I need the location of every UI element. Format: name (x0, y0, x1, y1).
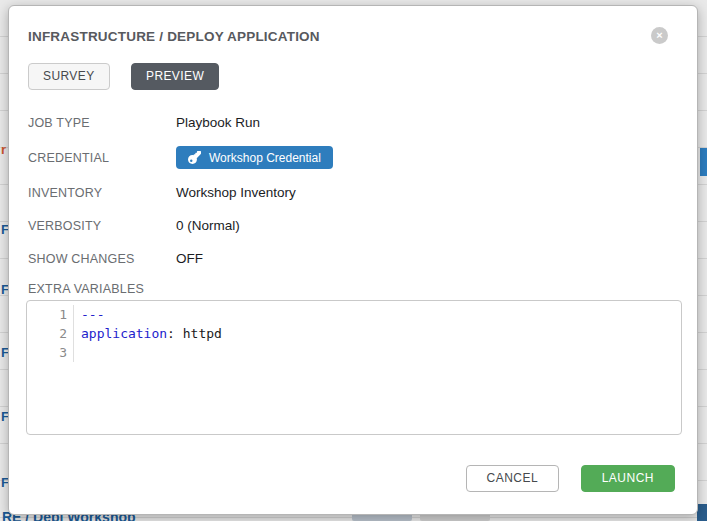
verbosity-value: 0 (Normal) (176, 218, 240, 233)
tab-preview[interactable]: PREVIEW (131, 63, 219, 90)
background-dark-fragment (697, 504, 707, 521)
line-number: 1 (27, 305, 74, 324)
modal-title: INFRASTRUCTURE / DEPLOY APPLICATION (28, 29, 678, 44)
job-type-label: JOB TYPE (28, 116, 176, 130)
job-type-value: Playbook Run (176, 115, 260, 130)
editor-line: 2 application: httpd (27, 324, 681, 343)
extra-variables-editor[interactable]: 1 --- 2 application: httpd 3 (26, 300, 682, 435)
tab-bar: SURVEY PREVIEW (28, 63, 678, 90)
close-icon[interactable]: × (651, 27, 668, 44)
launch-button[interactable]: LAUNCH (581, 465, 675, 492)
deploy-application-modal: INFRASTRUCTURE / DEPLOY APPLICATION × SU… (8, 5, 698, 515)
inventory-label: INVENTORY (28, 186, 176, 200)
detail-row-verbosity: VERBOSITY 0 (Normal) (28, 216, 678, 235)
editor-line: 3 (27, 343, 681, 362)
detail-row-job-type: JOB TYPE Playbook Run (28, 113, 678, 132)
yaml-colon: : (167, 326, 175, 341)
credential-tag-label: Workshop Credential (209, 151, 321, 165)
detail-row-credential: CREDENTIAL Workshop Credential (28, 146, 678, 169)
show-changes-value: OFF (176, 251, 203, 266)
line-number: 3 (27, 343, 74, 362)
credential-tag-button[interactable]: Workshop Credential (176, 146, 333, 169)
tab-survey[interactable]: SURVEY (28, 63, 110, 90)
editor-line: 1 --- (27, 305, 681, 324)
code-line-3 (74, 343, 81, 362)
extra-variables-label: EXTRA VARIABLES (28, 282, 678, 296)
detail-row-inventory: INVENTORY Workshop Inventory (28, 183, 678, 202)
cancel-button[interactable]: CANCEL (466, 465, 560, 492)
code-line-1: --- (74, 305, 104, 324)
yaml-value: httpd (175, 326, 222, 341)
modal-footer: CANCEL LAUNCH (28, 465, 678, 492)
credential-label: CREDENTIAL (28, 151, 176, 165)
verbosity-label: VERBOSITY (28, 219, 176, 233)
code-line-2: application: httpd (74, 324, 222, 343)
inventory-value: Workshop Inventory (176, 185, 296, 200)
detail-row-show-changes: SHOW CHANGES OFF (28, 249, 678, 268)
yaml-key: application (81, 326, 167, 341)
background-blue-button-fragment (700, 148, 707, 176)
job-details: JOB TYPE Playbook Run CREDENTIAL Worksho… (28, 113, 678, 268)
key-icon (188, 151, 201, 164)
show-changes-label: SHOW CHANGES (28, 252, 176, 266)
line-number: 2 (27, 324, 74, 343)
